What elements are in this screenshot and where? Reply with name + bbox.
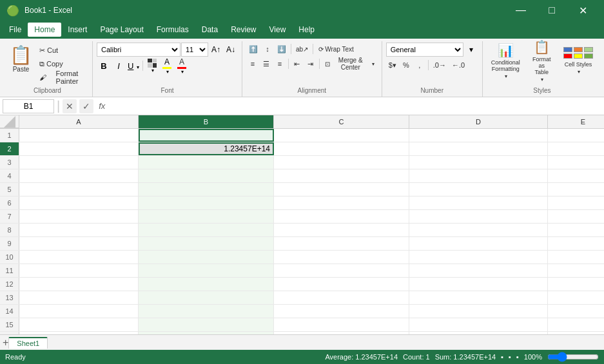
cell-A6[interactable]: [19, 196, 139, 209]
fill-color-button[interactable]: A ▾: [160, 59, 174, 73]
row-number[interactable]: 14: [0, 305, 19, 318]
row-number[interactable]: 15: [0, 318, 19, 331]
cell-B13[interactable]: [139, 291, 274, 304]
cell-C13[interactable]: [274, 291, 409, 304]
close-button[interactable]: ✕: [568, 0, 598, 21]
decrease-decimal-button[interactable]: .0→: [431, 59, 449, 72]
align-left-button[interactable]: ≡: [246, 57, 259, 70]
merge-center-button[interactable]: ⊡ Merge & Center ▾: [322, 57, 378, 70]
decrease-indent-button[interactable]: ⇤: [291, 57, 304, 70]
border-button[interactable]: ▾: [145, 59, 159, 73]
cell-D13[interactable]: [409, 291, 548, 304]
cell-B15[interactable]: [139, 318, 274, 331]
row-number[interactable]: 10: [0, 251, 19, 263]
cell-B4[interactable]: [139, 169, 274, 182]
cell-C11[interactable]: [274, 264, 409, 277]
font-size-select[interactable]: 11: [181, 43, 208, 57]
cell-D4[interactable]: [409, 169, 548, 182]
cell-B1[interactable]: [139, 129, 274, 142]
cell-B6[interactable]: [139, 196, 274, 209]
cell-C8[interactable]: [274, 224, 409, 236]
cell-B7[interactable]: [139, 210, 274, 223]
row-number[interactable]: 2: [0, 142, 19, 155]
cell-E8[interactable]: [548, 224, 604, 236]
cell-A9[interactable]: [19, 237, 139, 250]
increase-font-button[interactable]: A↑: [209, 43, 223, 57]
cell-E12[interactable]: [548, 278, 604, 291]
cell-B8[interactable]: [139, 224, 274, 236]
cell-C3[interactable]: [274, 156, 409, 169]
sheet-tab-sheet1[interactable]: Sheet1: [8, 337, 48, 349]
cell-E13[interactable]: [548, 291, 604, 304]
cell-B11[interactable]: [139, 264, 274, 277]
cell-D5[interactable]: [409, 183, 548, 196]
status-view-layout[interactable]: ▪: [509, 353, 511, 361]
number-format-dropdown-button[interactable]: ▾: [464, 43, 478, 57]
cell-A7[interactable]: [19, 210, 139, 223]
cell-A11[interactable]: [19, 264, 139, 277]
cut-button[interactable]: ✂ Cut: [37, 44, 88, 57]
cell-A13[interactable]: [19, 291, 139, 304]
cell-E15[interactable]: [548, 318, 604, 331]
minimize-button[interactable]: —: [506, 0, 536, 21]
col-header-e[interactable]: E: [548, 115, 604, 128]
align-bottom-button[interactable]: ⬇️: [275, 43, 289, 55]
row-number[interactable]: 6: [0, 196, 19, 209]
cell-styles-button[interactable]: Cell Styles ▾: [560, 44, 596, 77]
cell-E6[interactable]: [548, 196, 604, 209]
cell-E10[interactable]: [548, 251, 604, 263]
menu-data[interactable]: Data: [195, 23, 224, 37]
underline-button[interactable]: U ▾: [126, 59, 141, 73]
cell-C6[interactable]: [274, 196, 409, 209]
cell-C10[interactable]: [274, 251, 409, 263]
menu-view[interactable]: View: [263, 23, 293, 37]
cell-D10[interactable]: [409, 251, 548, 263]
cell-E2[interactable]: [548, 142, 604, 155]
cell-D8[interactable]: [409, 224, 548, 236]
row-number[interactable]: 5: [0, 183, 19, 196]
cell-A10[interactable]: [19, 251, 139, 263]
cell-C2[interactable]: [274, 142, 409, 155]
cell-A16[interactable]: [19, 332, 139, 334]
italic-button[interactable]: I: [112, 59, 126, 73]
row-number[interactable]: 4: [0, 169, 19, 182]
cell-C9[interactable]: [274, 237, 409, 250]
cancel-formula-button[interactable]: ✕: [63, 99, 77, 113]
row-number[interactable]: 3: [0, 156, 19, 169]
cell-C1[interactable]: [274, 129, 409, 142]
decrease-font-button[interactable]: A↓: [224, 43, 238, 57]
cell-E9[interactable]: [548, 237, 604, 250]
cell-B5[interactable]: [139, 183, 274, 196]
cell-B2[interactable]: 1.23457E+14: [139, 142, 274, 155]
cell-C15[interactable]: [274, 318, 409, 331]
increase-indent-button[interactable]: ⇥: [304, 57, 317, 70]
maximize-button[interactable]: □: [537, 0, 567, 21]
cell-A15[interactable]: [19, 318, 139, 331]
align-center-button[interactable]: ☰: [260, 57, 273, 70]
cell-D6[interactable]: [409, 196, 548, 209]
cell-C14[interactable]: [274, 305, 409, 318]
orientation-button[interactable]: ab↗: [293, 43, 311, 55]
col-header-a[interactable]: A: [19, 115, 139, 128]
cell-D12[interactable]: [409, 278, 548, 291]
cell-E16[interactable]: [548, 332, 604, 334]
cell-B12[interactable]: [139, 278, 274, 291]
formula-input[interactable]: [110, 99, 601, 113]
align-top-button[interactable]: ⬆️: [246, 43, 260, 55]
increase-decimal-button[interactable]: ←.0: [449, 59, 467, 72]
cell-A12[interactable]: [19, 278, 139, 291]
cell-D15[interactable]: [409, 318, 548, 331]
cell-B10[interactable]: [139, 251, 274, 263]
cell-E11[interactable]: [548, 264, 604, 277]
cell-A2[interactable]: [19, 142, 139, 155]
cell-D9[interactable]: [409, 237, 548, 250]
copy-button[interactable]: ⧉ Copy: [37, 57, 88, 70]
cell-A14[interactable]: [19, 305, 139, 318]
number-format-select[interactable]: General: [386, 43, 463, 57]
percent-button[interactable]: %: [400, 59, 413, 72]
font-name-select[interactable]: Calibri: [97, 43, 180, 57]
paste-button[interactable]: 📋 Paste: [6, 43, 35, 76]
cell-B3[interactable]: [139, 156, 274, 169]
cell-D16[interactable]: [409, 332, 548, 334]
align-right-button[interactable]: ≡: [273, 57, 286, 70]
